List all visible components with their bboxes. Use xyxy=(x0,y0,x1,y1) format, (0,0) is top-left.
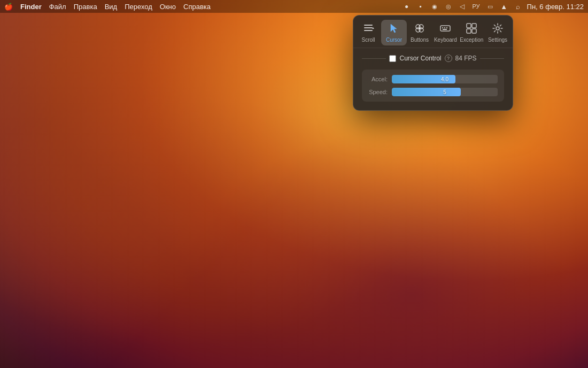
accel-label: Accel: xyxy=(368,76,388,82)
tab-bar: Scroll Cursor Buttons xyxy=(353,16,513,48)
menu-finder[interactable]: Finder xyxy=(20,3,42,11)
fps-display: 84 FPS xyxy=(455,55,477,62)
menubar-left: 🍎 Finder Файл Правка Вид Переход Окно Сп… xyxy=(4,3,211,11)
svg-rect-8 xyxy=(442,27,443,28)
apple-menu[interactable]: 🍎 xyxy=(4,3,13,10)
popup-panel: Scroll Cursor Buttons xyxy=(353,15,513,111)
tab-keyboard-label: Keyboard xyxy=(434,37,457,43)
tab-settings[interactable]: Settings xyxy=(485,20,510,45)
tab-buttons-label: Buttons xyxy=(411,37,429,43)
buttons-tab-icon xyxy=(414,22,425,36)
svg-rect-15 xyxy=(472,29,476,33)
help-icon[interactable]: ? xyxy=(445,55,452,62)
menu-go[interactable]: Переход xyxy=(125,3,152,11)
menu-window[interactable]: Окно xyxy=(160,3,176,11)
svg-rect-0 xyxy=(364,25,373,26)
display-icon[interactable]: ▪ xyxy=(416,2,425,11)
menubar-right: ● ▪ ◉ ◎ ◁ РУ ▭ ▲ ⌕ Пн, 6 февр. 11:22 xyxy=(402,2,584,11)
svg-rect-13 xyxy=(472,24,476,28)
speed-slider-value: 5 xyxy=(443,89,446,95)
settings-tab-icon xyxy=(492,22,504,36)
tab-exception[interactable]: Exception xyxy=(459,20,485,45)
menu-edit[interactable]: Правка xyxy=(74,3,97,11)
search-icon[interactable]: ⌕ xyxy=(513,2,523,11)
exception-tab-icon xyxy=(466,22,477,36)
svg-rect-1 xyxy=(364,27,373,28)
mic-icon[interactable]: ● xyxy=(402,2,412,11)
tab-buttons[interactable]: Buttons xyxy=(407,20,432,45)
airdrop-icon[interactable]: ◎ xyxy=(444,2,453,11)
location-icon[interactable]: ◉ xyxy=(430,2,439,11)
svg-rect-11 xyxy=(443,29,447,30)
accel-slider-value: 4.0 xyxy=(441,76,448,82)
tab-keyboard[interactable]: Keyboard xyxy=(432,20,459,45)
svg-rect-14 xyxy=(467,29,471,33)
tab-scroll-label: Scroll xyxy=(361,37,375,43)
battery-icon[interactable]: ▭ xyxy=(485,2,495,11)
svg-rect-7 xyxy=(440,26,450,31)
speed-slider-row: Speed: 5 xyxy=(368,88,498,96)
cursor-tab-icon xyxy=(388,22,400,36)
cursor-header: Cursor Control ? 84 FPS xyxy=(362,55,504,62)
speed-label: Speed: xyxy=(368,89,388,95)
header-line-left xyxy=(362,58,386,59)
svg-rect-10 xyxy=(446,27,447,28)
tab-cursor-label: Cursor xyxy=(386,37,402,43)
menu-view[interactable]: Вид xyxy=(105,3,118,11)
cursor-panel-content: Cursor Control ? 84 FPS Accel: 4.0 Speed… xyxy=(353,48,513,110)
sliders-area: Accel: 4.0 Speed: 5 xyxy=(362,70,504,102)
accel-slider-row: Accel: 4.0 xyxy=(368,75,498,83)
scroll-tab-icon xyxy=(362,22,374,36)
svg-rect-2 xyxy=(364,30,373,31)
cursor-control-checkbox[interactable] xyxy=(389,55,396,62)
svg-rect-9 xyxy=(444,27,445,28)
keyboard-tab-icon xyxy=(439,22,451,36)
tab-scroll[interactable]: Scroll xyxy=(355,20,381,45)
menu-file[interactable]: Файл xyxy=(49,3,66,11)
cursor-control-title: Cursor Control xyxy=(399,55,441,62)
wifi-icon[interactable]: ▲ xyxy=(499,2,509,11)
header-line-right xyxy=(480,58,504,59)
svg-point-16 xyxy=(496,27,499,30)
svg-point-6 xyxy=(419,28,423,32)
accel-slider[interactable]: 4.0 xyxy=(392,75,498,83)
sound-icon[interactable]: ◁ xyxy=(458,2,467,11)
tab-exception-label: Exception xyxy=(460,37,483,43)
speed-slider-fill xyxy=(392,88,461,96)
menu-help[interactable]: Справка xyxy=(183,3,211,11)
svg-rect-12 xyxy=(467,24,471,28)
tab-cursor[interactable]: Cursor xyxy=(381,20,407,45)
tab-settings-label: Settings xyxy=(488,37,507,43)
datetime-display: Пн, 6 февр. 11:22 xyxy=(527,3,584,11)
speed-slider[interactable]: 5 xyxy=(392,88,498,96)
input-icon[interactable]: РУ xyxy=(471,2,481,11)
menubar: 🍎 Finder Файл Правка Вид Переход Окно Сп… xyxy=(0,0,588,13)
